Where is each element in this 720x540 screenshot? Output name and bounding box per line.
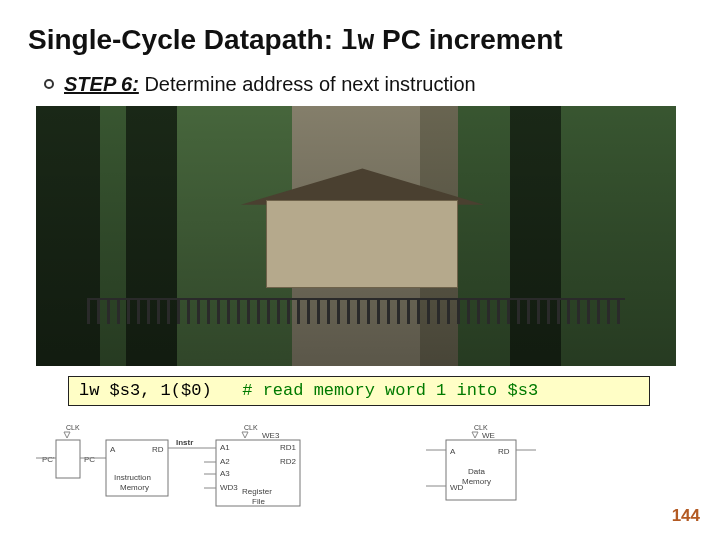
code-instr: lw $s3, 1($0) (79, 381, 212, 400)
wd3-port: WD3 (220, 483, 238, 492)
step-bullet-row: STEP 6: Determine address of next instru… (0, 67, 720, 96)
rd-port: RD (152, 445, 164, 454)
step-label: STEP 6: (64, 73, 139, 95)
overlay-photo (36, 106, 676, 366)
a3-port: A3 (220, 469, 230, 478)
house-body (266, 200, 458, 288)
title-suffix: PC increment (374, 24, 562, 55)
instr-label: Instr (176, 438, 193, 447)
clk-label-3: CLK (474, 424, 488, 431)
slide-title: Single-Cycle Datapath: lw PC increment (0, 0, 720, 67)
bullet-icon (44, 79, 54, 89)
rd1-port: RD1 (280, 443, 297, 452)
dm-label2: Memory (462, 477, 491, 486)
clk-tri-icon-2 (242, 432, 248, 438)
title-prefix: Single-Cycle Datapath: (28, 24, 341, 55)
regfile-label2: File (252, 497, 265, 506)
code-comment: # read memory word 1 into $s3 (242, 381, 538, 400)
clk-tri-icon (64, 432, 70, 438)
dm-a-port: A (450, 447, 456, 456)
instr-mem-label2: Memory (120, 483, 149, 492)
a1-port: A1 (220, 443, 230, 452)
code-gap (212, 381, 243, 400)
rd2-port: RD2 (280, 457, 297, 466)
a2-port: A2 (220, 457, 230, 466)
we3-port: WE3 (262, 431, 280, 440)
clk-tri-icon-3 (472, 432, 478, 438)
pc-prime-label: PC' (42, 455, 55, 464)
page-number: 144 (672, 506, 700, 526)
step-text: STEP 6: Determine address of next instru… (64, 73, 476, 96)
datapath-diagram: CLK PC' PC A RD Instruction Memory Instr… (36, 418, 596, 518)
regfile-label1: Register (242, 487, 272, 496)
fence (87, 298, 625, 324)
clk-label-2: CLK (244, 424, 258, 431)
code-box: lw $s3, 1($0) # read memory word 1 into … (68, 376, 650, 406)
instr-mem-label1: Instruction (114, 473, 151, 482)
title-mono: lw (341, 26, 375, 57)
forest-house-photo (36, 106, 676, 366)
pc-label: PC (84, 455, 95, 464)
a-port: A (110, 445, 116, 454)
we-port: WE (482, 431, 495, 440)
clk-label: CLK (66, 424, 80, 431)
step-desc: Determine address of next instruction (139, 73, 476, 95)
dm-rd-port: RD (498, 447, 510, 456)
pc-reg-box (56, 440, 80, 478)
dm-label1: Data (468, 467, 485, 476)
